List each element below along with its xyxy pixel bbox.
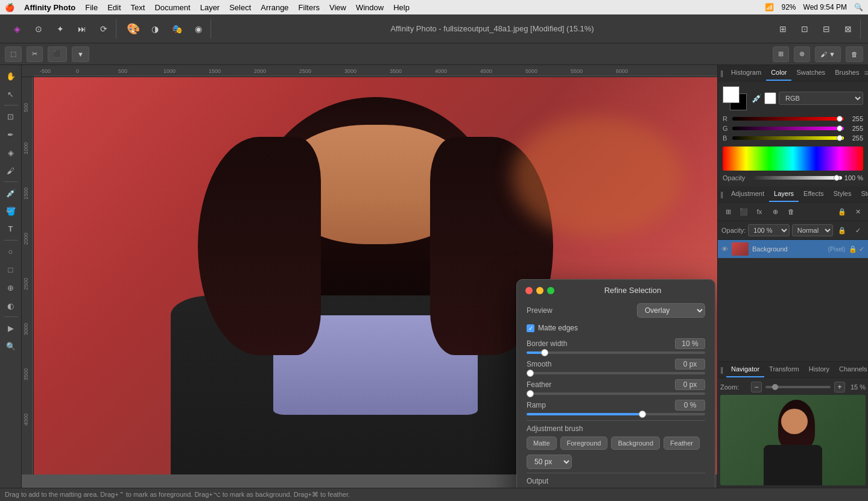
- layers-tool-trash[interactable]: ✕: [851, 205, 864, 218]
- menu-file[interactable]: File: [85, 3, 98, 12]
- tab-swatches[interactable]: Swatches: [791, 65, 830, 81]
- minimize-button[interactable]: [536, 287, 543, 294]
- snap-btn[interactable]: ⊕: [794, 46, 810, 62]
- close-button[interactable]: [525, 287, 533, 294]
- smooth-slider[interactable]: [527, 372, 705, 374]
- g-slider[interactable]: [732, 127, 844, 130]
- tab-adjustment[interactable]: Adjustment: [726, 186, 769, 202]
- canvas-area[interactable]: -500 0 500 1000 1500 2000 2500 3000 3500…: [22, 65, 717, 488]
- tab-styles[interactable]: Styles: [829, 186, 857, 202]
- layers-tool-delete[interactable]: 🗑: [784, 205, 797, 218]
- r-slider[interactable]: [732, 117, 844, 121]
- menu-select[interactable]: Select: [229, 3, 251, 12]
- blend-mode-select[interactable]: Normal Multiply Screen Overlay: [792, 224, 833, 236]
- background-btn[interactable]: Background: [611, 436, 660, 450]
- grid-btn[interactable]: ⊞: [773, 46, 789, 62]
- nav-preview[interactable]: [720, 395, 866, 485]
- menu-layer[interactable]: Layer: [200, 3, 220, 12]
- shape-btn[interactable]: ▼: [72, 46, 89, 62]
- layer-item-background[interactable]: 👁 Background (Pixel) 🔒 ✓: [718, 240, 868, 258]
- mask-btn[interactable]: ⬛: [48, 46, 67, 62]
- tab-layers[interactable]: Layers: [769, 186, 799, 202]
- tool-circle[interactable]: ⊙: [29, 19, 48, 39]
- layers-tool-adjust[interactable]: ⊕: [768, 205, 782, 218]
- eyedropper-icon[interactable]: 💉: [752, 93, 762, 103]
- tool-star[interactable]: ✦: [51, 19, 70, 39]
- opacity-blend-input[interactable]: 100 %: [748, 224, 789, 236]
- feather-slider[interactable]: [527, 392, 705, 395]
- foreground-btn[interactable]: Foreground: [560, 436, 608, 450]
- tool-skip[interactable]: ⏭: [72, 19, 92, 39]
- crop-tool[interactable]: ⊡: [2, 108, 19, 125]
- zoom-tool[interactable]: 🔍: [2, 338, 19, 354]
- app-name[interactable]: Affinity Photo: [24, 3, 75, 12]
- preview-select[interactable]: Overlay Black & White Original: [637, 303, 705, 318]
- color-spectrum[interactable]: [723, 147, 863, 171]
- menu-arrange[interactable]: Arrange: [261, 3, 288, 12]
- node-tool[interactable]: ◈: [2, 144, 19, 161]
- visibility-btn[interactable]: ✓: [851, 224, 864, 237]
- tab-color[interactable]: Color: [766, 65, 791, 81]
- white-swatch[interactable]: [764, 92, 776, 104]
- circle-btn[interactable]: ◉: [189, 19, 208, 39]
- text-tool[interactable]: T: [2, 221, 19, 238]
- maximize-button[interactable]: [547, 287, 554, 294]
- delete-btn[interactable]: 🗑: [846, 46, 863, 62]
- menu-help[interactable]: Help: [393, 3, 410, 12]
- view-btn3[interactable]: ⊟: [817, 19, 836, 39]
- color-wheel-btn[interactable]: 🎨: [124, 19, 143, 39]
- menu-filters[interactable]: Filters: [299, 3, 320, 12]
- tab-navigator[interactable]: Navigator: [726, 362, 764, 377]
- shape-tool[interactable]: ○: [2, 243, 19, 260]
- feather-btn[interactable]: Feather: [664, 436, 700, 450]
- tool-share[interactable]: ⟳: [94, 19, 113, 39]
- tab-transform[interactable]: Transform: [764, 362, 804, 377]
- view-btn4[interactable]: ⊠: [838, 19, 858, 39]
- tab-history[interactable]: History: [804, 362, 834, 377]
- color-mode-select[interactable]: RGB CMYK HSL: [779, 92, 863, 105]
- apple-menu[interactable]: 🍎: [5, 3, 14, 12]
- b-slider[interactable]: [732, 136, 844, 140]
- layers-tool-fx[interactable]: fx: [753, 205, 766, 218]
- zoom-out-btn[interactable]: −: [751, 382, 762, 392]
- lock-layer-btn[interactable]: 🔒: [835, 224, 849, 237]
- rect-tool[interactable]: □: [2, 261, 19, 278]
- menu-window[interactable]: Window: [356, 3, 384, 12]
- arrow-tool[interactable]: ↖: [2, 86, 19, 102]
- opacity-slider[interactable]: [752, 176, 842, 180]
- menu-view[interactable]: View: [329, 3, 346, 12]
- brush-btn[interactable]: 🖌 ▼: [815, 46, 841, 62]
- menu-document[interactable]: Document: [154, 3, 190, 12]
- panel-menu-icon[interactable]: ≡: [864, 69, 868, 77]
- tab-histogram[interactable]: Histogram: [726, 65, 766, 81]
- tab-channels[interactable]: Channels: [834, 362, 868, 377]
- matte-edges-checkbox[interactable]: ✓: [527, 324, 534, 332]
- matte-btn[interactable]: Matte: [527, 436, 557, 450]
- clone-tool[interactable]: ⊕: [2, 279, 19, 296]
- layers-tool-group[interactable]: ⊞: [721, 205, 735, 218]
- hand-tool[interactable]: ✋: [2, 68, 19, 84]
- zoom-slider[interactable]: [765, 386, 831, 388]
- affinity-btn[interactable]: ◈: [7, 19, 27, 39]
- view-btn1[interactable]: ⊞: [773, 19, 793, 39]
- freehand-btn[interactable]: ✂: [27, 46, 43, 62]
- menu-text[interactable]: Text: [131, 3, 145, 12]
- dodge-tool[interactable]: ◐: [2, 297, 19, 314]
- paint-tool[interactable]: 🖌: [2, 162, 19, 179]
- gradient-tool[interactable]: ▶: [2, 320, 19, 336]
- palette-btn[interactable]: 🎭: [167, 19, 186, 39]
- tab-stock[interactable]: Stock: [856, 186, 868, 202]
- view-btn2[interactable]: ⊡: [795, 19, 814, 39]
- contrast-btn[interactable]: ◑: [145, 19, 165, 39]
- search-icon[interactable]: 🔍: [854, 3, 863, 11]
- eyedropper-tool[interactable]: 💉: [2, 184, 19, 201]
- pen-tool[interactable]: ✒: [2, 126, 19, 143]
- layers-tool-mask[interactable]: ⬛: [737, 205, 750, 218]
- ramp-slider[interactable]: [527, 413, 705, 415]
- fill-tool[interactable]: 🪣: [2, 203, 19, 219]
- marquee-btn[interactable]: ⬚: [5, 46, 22, 62]
- zoom-in-btn[interactable]: +: [834, 382, 845, 392]
- layers-tool-lock[interactable]: 🔒: [835, 205, 849, 218]
- tab-brushes[interactable]: Brushes: [830, 65, 864, 81]
- tab-effects[interactable]: Effects: [799, 186, 828, 202]
